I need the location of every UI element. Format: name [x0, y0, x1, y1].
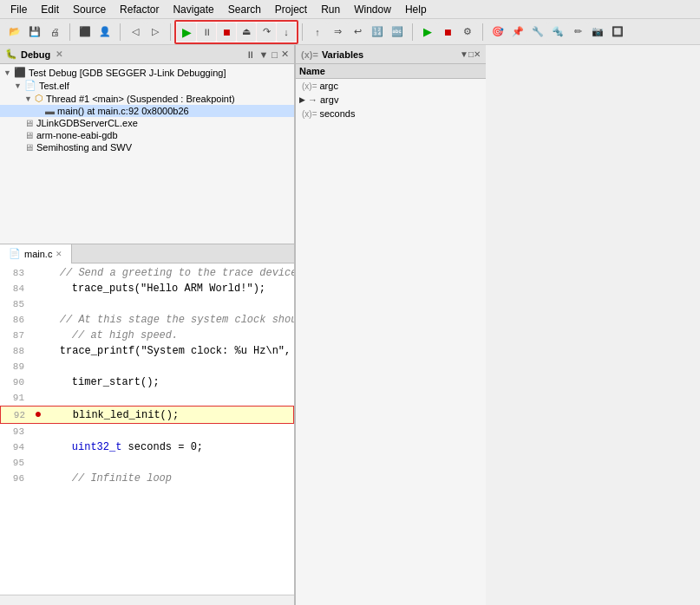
var-item-seconds[interactable]: (x)= seconds: [296, 107, 486, 120]
menu-navigate[interactable]: Navigate: [166, 2, 220, 17]
elf-icon: 📄: [24, 80, 36, 91]
tb-runat[interactable]: ⇒: [328, 23, 347, 42]
tb-run-green[interactable]: ▶: [418, 23, 437, 42]
menu-refactor[interactable]: Refactor: [113, 2, 166, 17]
tb-misc1[interactable]: 🎯: [488, 23, 507, 42]
code-editor[interactable]: 83 // Send a greeting to the trace devic…: [0, 263, 294, 595]
tb-stepreturn[interactable]: ↑: [308, 23, 327, 42]
tb-misc4[interactable]: 🔩: [548, 23, 567, 42]
code-line-84: 84 trace_puts("Hello ARM World!");: [0, 281, 294, 296]
line-num-89: 89: [0, 359, 31, 374]
tb-instrstep2[interactable]: 🔤: [388, 23, 407, 42]
tb-misc3[interactable]: 🔧: [528, 23, 547, 42]
menu-project[interactable]: Project: [268, 2, 314, 17]
menu-bar: File Edit Source Refactor Navigate Searc…: [0, 0, 700, 19]
tree-item-elf[interactable]: ▼ 📄 Test.elf: [0, 79, 294, 92]
jlink-label: JLinkGDBServerCL.exe: [36, 118, 138, 128]
tree-item-thread[interactable]: ▼ ⬡ Thread #1 <main> (Suspended : Breakp…: [0, 92, 294, 105]
debug-panel-suspend[interactable]: ⏸: [245, 49, 255, 60]
line-num-85: 85: [0, 296, 31, 312]
line-content-86: // At this stage the system clock should…: [31, 312, 294, 328]
tb-stop[interactable]: ⏹: [217, 23, 236, 42]
tb-move-line[interactable]: ↩: [348, 23, 367, 42]
thread-icon: ⬡: [35, 93, 43, 104]
code-line-94: 94 uint32_t seconds = 0;: [0, 439, 294, 455]
tree-arrow-thread: ▼: [24, 94, 35, 103]
menu-help[interactable]: Help: [398, 2, 434, 17]
tb-stepinto[interactable]: ↓: [277, 23, 296, 42]
main-layout: 🐛 Debug ✕ ⏸ ▼ □ ✕ ▼ ⬛ Test Debug [GDB SE…: [0, 45, 700, 605]
debug-title: Debug: [21, 49, 50, 60]
toolbar-sep-1: [69, 23, 70, 41]
tb-instrstep[interactable]: 🔢: [368, 23, 387, 42]
tree-item-session[interactable]: ▼ ⬛ Test Debug [GDB SEGGER J-Link Debugg…: [0, 66, 294, 79]
tb-misc2[interactable]: 📌: [508, 23, 527, 42]
var-seconds-name: seconds: [320, 108, 356, 119]
tb-run-stop[interactable]: ⏹: [438, 23, 457, 42]
menu-source[interactable]: Source: [66, 2, 113, 17]
menu-search[interactable]: Search: [221, 2, 268, 17]
tb-disconnect[interactable]: ⏏: [237, 23, 256, 42]
left-panel: 🐛 Debug ✕ ⏸ ▼ □ ✕ ▼ ⬛ Test Debug [GDB SE…: [0, 45, 295, 605]
tb-new[interactable]: 📂: [5, 23, 24, 42]
var-argc-name: argc: [320, 81, 338, 91]
code-line-88: 88 trace_printf("System clock: %u Hz\n",…: [0, 343, 294, 359]
line-num-83: 83: [0, 265, 31, 281]
semi-label: Semihosting and SWV: [36, 142, 132, 153]
debug-panel: 🐛 Debug ✕ ⏸ ▼ □ ✕ ▼ ⬛ Test Debug [GDB SE…: [0, 45, 294, 244]
var-item-argc[interactable]: (x)= argc: [296, 79, 486, 93]
tb-build[interactable]: ⬛: [75, 23, 95, 42]
tree-item-jlink[interactable]: 🖥 JLinkGDBServerCL.exe: [0, 117, 294, 129]
tab-main-c[interactable]: 📄 main.c ✕: [0, 244, 72, 263]
debug-icon: 🐛: [5, 49, 17, 60]
tb-user[interactable]: 👤: [95, 23, 114, 42]
tree-item-frame[interactable]: ▬ main() at main.c:92 0x8000b26: [0, 105, 294, 117]
tb-stepover[interactable]: ↷: [257, 23, 276, 42]
toolbar-group-run: ▶ ⏹ ⚙: [416, 21, 479, 43]
debug-panel-title-bar: 🐛 Debug ✕ ⏸ ▼ □ ✕: [0, 45, 294, 64]
menu-file[interactable]: File: [3, 2, 34, 17]
tb-misc6[interactable]: 📷: [588, 23, 607, 42]
tree-arrow-session: ▼: [3, 68, 14, 77]
tb-misc7[interactable]: 🔲: [608, 23, 627, 42]
variables-panel: (x)= Variables ▼ □ ✕ Name (x)= argc ▶ → …: [295, 45, 486, 605]
tb-resume[interactable]: ▶: [177, 23, 196, 42]
code-line-85: 85: [0, 296, 294, 312]
toolbar-sep-4: [302, 23, 303, 41]
line-num-84: 84: [0, 281, 31, 296]
menu-run[interactable]: Run: [314, 2, 347, 17]
line-content-84: trace_puts("Hello ARM World!");: [43, 281, 294, 296]
tb-print[interactable]: 🖨: [45, 23, 64, 42]
tb-back[interactable]: ◁: [126, 23, 145, 42]
tb-run-config[interactable]: ⚙: [458, 23, 477, 42]
var-argv-icon: →: [308, 94, 317, 105]
code-line-87: 87 // at high speed.: [0, 328, 294, 343]
gdb-label: arm-none-eabi-gdb: [36, 130, 118, 140]
debug-panel-menu[interactable]: ▼: [258, 49, 268, 60]
tb-forward[interactable]: ▷: [146, 23, 165, 42]
line-content-92: blink_led_init();: [44, 407, 293, 423]
tab-main-c-close[interactable]: ✕: [56, 250, 62, 258]
toolbar-group-nav: ◁ ▷: [124, 21, 167, 43]
tb-misc5[interactable]: ✏: [568, 23, 587, 42]
tree-item-semi[interactable]: 🖥 Semihosting and SWV: [0, 141, 294, 153]
code-hscroll[interactable]: [0, 595, 294, 605]
debug-panel-max[interactable]: □: [271, 49, 278, 60]
line-num-90: 90: [0, 374, 31, 390]
toolbar-group-debug: ▶ ⏸ ⏹ ⏏ ↷ ↓: [174, 20, 298, 44]
toolbar-sep-6: [482, 23, 483, 41]
vars-close[interactable]: ✕: [474, 49, 481, 59]
tree-item-gdb[interactable]: 🖥 arm-none-eabi-gdb: [0, 129, 294, 141]
vars-menu[interactable]: ▼: [460, 49, 468, 59]
var-item-argv[interactable]: ▶ → argv: [296, 93, 486, 107]
gdb-icon: 🖥: [24, 130, 34, 140]
line-content-83: // Send a greeting to the trace device (…: [31, 265, 294, 281]
menu-edit[interactable]: Edit: [34, 2, 66, 17]
jlink-icon: 🖥: [24, 118, 34, 128]
tb-save[interactable]: 💾: [25, 23, 44, 42]
tb-suspend[interactable]: ⏸: [197, 23, 216, 42]
code-tab-bar: 📄 main.c ✕: [0, 244, 294, 263]
debug-panel-close[interactable]: ✕: [281, 49, 289, 60]
code-line-90: 90 timer_start();: [0, 374, 294, 390]
menu-window[interactable]: Window: [347, 2, 398, 17]
